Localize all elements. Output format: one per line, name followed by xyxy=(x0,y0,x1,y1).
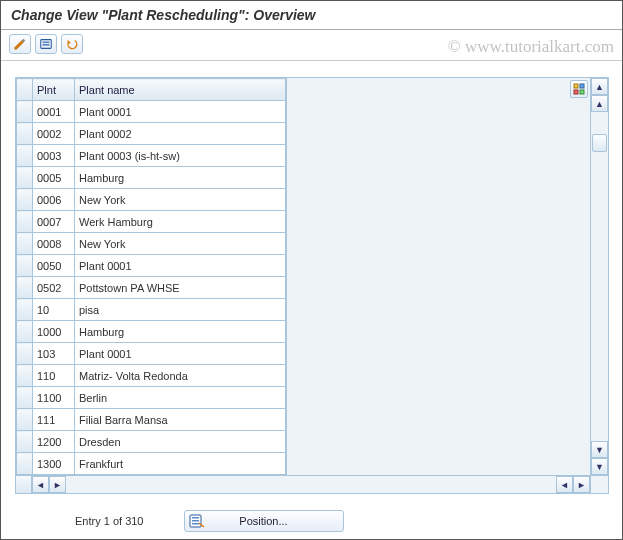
position-icon xyxy=(189,513,205,529)
cell-plnt[interactable]: 1000 xyxy=(33,321,75,343)
table-row[interactable]: 0050Plant 0001 xyxy=(17,255,286,277)
table-row[interactable]: 103Plant 0001 xyxy=(17,343,286,365)
cell-plnt[interactable]: 0006 xyxy=(33,189,75,211)
table-row[interactable]: 111Filial Barra Mansa xyxy=(17,409,286,431)
vertical-scrollbar[interactable]: ▲ ▲ ▼ ▼ xyxy=(590,78,608,475)
cell-plnt[interactable]: 1100 xyxy=(33,387,75,409)
cell-plant-name[interactable]: Dresden xyxy=(75,431,286,453)
cell-plant-name[interactable]: New York xyxy=(75,233,286,255)
svg-rect-6 xyxy=(580,90,584,94)
row-selector[interactable] xyxy=(17,255,33,277)
cell-plnt[interactable]: 0008 xyxy=(33,233,75,255)
page-title: Change View "Plant Rescheduling": Overvi… xyxy=(1,1,622,30)
table-row[interactable]: 1100Berlin xyxy=(17,387,286,409)
table-row[interactable]: 110Matriz- Volta Redonda xyxy=(17,365,286,387)
cell-plant-name[interactable]: Werk Hamburg xyxy=(75,211,286,233)
cell-plnt[interactable]: 10 xyxy=(33,299,75,321)
hscroll-track-right[interactable] xyxy=(286,476,556,493)
scroll-thumb[interactable] xyxy=(592,134,607,152)
table-row[interactable]: 1300Frankfurt xyxy=(17,453,286,475)
row-selector[interactable] xyxy=(17,321,33,343)
cell-plnt[interactable]: 0050 xyxy=(33,255,75,277)
scroll-down-button[interactable]: ▼ xyxy=(591,441,608,458)
table-row[interactable]: 0002Plant 0002 xyxy=(17,123,286,145)
configure-columns-button[interactable] xyxy=(570,80,588,98)
row-selector[interactable] xyxy=(17,343,33,365)
column-header-name[interactable]: Plant name xyxy=(75,79,286,101)
scroll-up-button[interactable]: ▲ xyxy=(591,78,608,95)
position-button[interactable]: Position... xyxy=(184,510,344,532)
row-selector[interactable] xyxy=(17,167,33,189)
row-selector[interactable] xyxy=(17,123,33,145)
table-row[interactable]: 1000Hamburg xyxy=(17,321,286,343)
cell-plant-name[interactable]: Plant 0001 xyxy=(75,101,286,123)
hscroll-track-left[interactable] xyxy=(66,476,286,493)
hscroll-left-button[interactable]: ◄ xyxy=(32,476,49,493)
table-row[interactable]: 10pisa xyxy=(17,299,286,321)
scroll-track[interactable] xyxy=(591,112,608,441)
column-header-select[interactable] xyxy=(17,79,33,101)
cell-plnt[interactable]: 1200 xyxy=(33,431,75,453)
table-row[interactable]: 0005Hamburg xyxy=(17,167,286,189)
table-row[interactable]: 0007Werk Hamburg xyxy=(17,211,286,233)
cell-plant-name[interactable]: Plant 0001 xyxy=(75,255,286,277)
position-button-label: Position... xyxy=(239,515,287,527)
table-row[interactable]: 0001Plant 0001 xyxy=(17,101,286,123)
hscroll-right-button[interactable]: ► xyxy=(49,476,66,493)
row-selector[interactable] xyxy=(17,233,33,255)
row-selector[interactable] xyxy=(17,431,33,453)
cell-plant-name[interactable]: pisa xyxy=(75,299,286,321)
hscroll-right-button-2[interactable]: ► xyxy=(573,476,590,493)
select-button[interactable] xyxy=(35,34,57,54)
cell-plant-name[interactable]: Berlin xyxy=(75,387,286,409)
cell-plnt[interactable]: 0502 xyxy=(33,277,75,299)
undo-button[interactable] xyxy=(61,34,83,54)
row-selector[interactable] xyxy=(17,189,33,211)
toolbar xyxy=(1,30,622,61)
row-selector[interactable] xyxy=(17,101,33,123)
cell-plant-name[interactable]: Plant 0001 xyxy=(75,343,286,365)
cell-plant-name[interactable]: Plant 0002 xyxy=(75,123,286,145)
table-blank-area xyxy=(286,78,590,475)
row-selector[interactable] xyxy=(17,277,33,299)
cell-plant-name[interactable]: Hamburg xyxy=(75,321,286,343)
row-selector[interactable] xyxy=(17,453,33,475)
row-selector[interactable] xyxy=(17,409,33,431)
row-selector[interactable] xyxy=(17,211,33,233)
cell-plant-name[interactable]: Pottstown PA WHSE xyxy=(75,277,286,299)
cell-plant-name[interactable]: New York xyxy=(75,189,286,211)
cell-plnt[interactable]: 0003 xyxy=(33,145,75,167)
table-row[interactable]: 1200Dresden xyxy=(17,431,286,453)
row-selector[interactable] xyxy=(17,145,33,167)
hscroll-left-button-2[interactable]: ◄ xyxy=(556,476,573,493)
svg-rect-1 xyxy=(43,41,50,43)
cell-plant-name[interactable]: Hamburg xyxy=(75,167,286,189)
scroll-down-button-2[interactable]: ▼ xyxy=(591,458,608,475)
row-selector[interactable] xyxy=(17,299,33,321)
scroll-up-button-2[interactable]: ▲ xyxy=(591,95,608,112)
cell-plnt[interactable]: 0002 xyxy=(33,123,75,145)
svg-rect-2 xyxy=(43,44,50,46)
table-row[interactable]: 0006New York xyxy=(17,189,286,211)
cell-plnt[interactable]: 0005 xyxy=(33,167,75,189)
table-row[interactable]: 0008New York xyxy=(17,233,286,255)
entry-count-label: Entry 1 of 310 xyxy=(75,515,144,527)
cell-plnt[interactable]: 1300 xyxy=(33,453,75,475)
table-row[interactable]: 0502Pottstown PA WHSE xyxy=(17,277,286,299)
cell-plant-name[interactable]: Matriz- Volta Redonda xyxy=(75,365,286,387)
row-selector[interactable] xyxy=(17,387,33,409)
row-selector[interactable] xyxy=(17,365,33,387)
change-button[interactable] xyxy=(9,34,31,54)
cell-plnt[interactable]: 110 xyxy=(33,365,75,387)
cell-plnt[interactable]: 0001 xyxy=(33,101,75,123)
cell-plnt[interactable]: 103 xyxy=(33,343,75,365)
cell-plnt[interactable]: 111 xyxy=(33,409,75,431)
column-header-plnt[interactable]: Plnt xyxy=(33,79,75,101)
table-row[interactable]: 0003Plant 0003 (is-ht-sw) xyxy=(17,145,286,167)
cell-plant-name[interactable]: Filial Barra Mansa xyxy=(75,409,286,431)
plant-table: Plnt Plant name 0001Plant 00010002Plant … xyxy=(15,77,609,494)
cell-plant-name[interactable]: Frankfurt xyxy=(75,453,286,475)
svg-rect-8 xyxy=(192,517,199,519)
cell-plant-name[interactable]: Plant 0003 (is-ht-sw) xyxy=(75,145,286,167)
cell-plnt[interactable]: 0007 xyxy=(33,211,75,233)
